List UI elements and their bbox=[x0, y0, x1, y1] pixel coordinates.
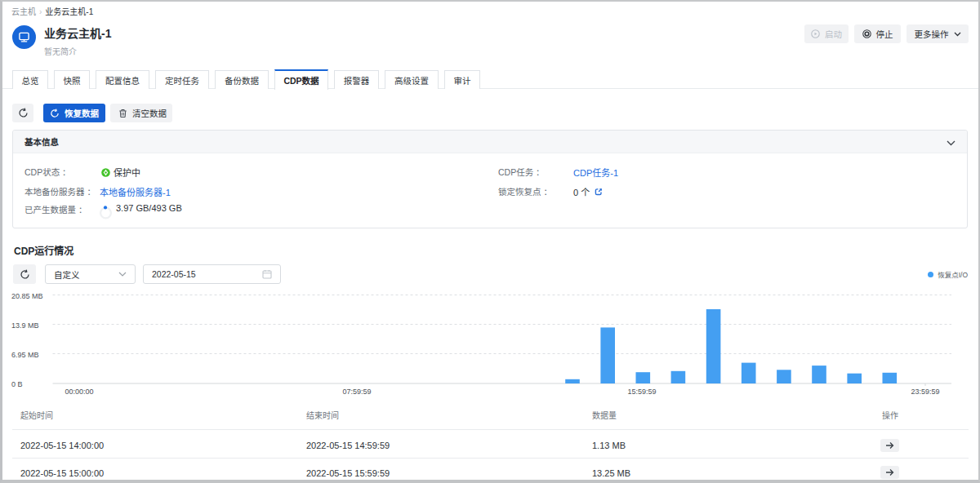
svg-text:20.85 MB: 20.85 MB bbox=[11, 292, 43, 300]
svg-text:0 B: 0 B bbox=[11, 380, 23, 388]
svg-text:00:00:00: 00:00:00 bbox=[65, 388, 93, 396]
svg-text:6.95 MB: 6.95 MB bbox=[11, 351, 39, 359]
svg-text:23:59:59: 23:59:59 bbox=[911, 388, 939, 396]
svg-text:07:59:59: 07:59:59 bbox=[342, 388, 371, 396]
svg-text:15:59:59: 15:59:59 bbox=[627, 388, 656, 396]
svg-text:13.9 MB: 13.9 MB bbox=[11, 321, 39, 330]
